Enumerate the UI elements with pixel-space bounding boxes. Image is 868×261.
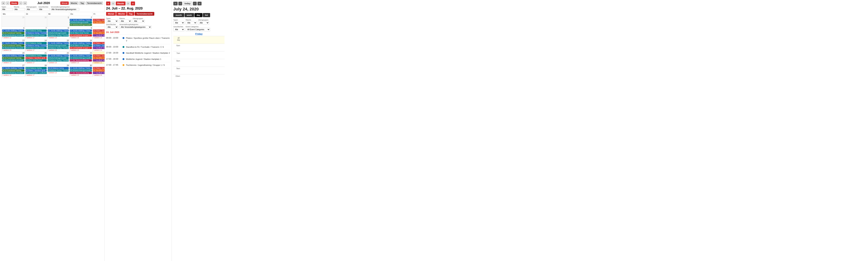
- more-link[interactable]: + weitere 17: [25, 37, 47, 39]
- panel2-tab-terminuebersicht[interactable]: Terminübersicht: [135, 12, 154, 16]
- panel3-altersgruppen-select[interactable]: Alle: [198, 21, 209, 25]
- cal-event[interactable]: 08 Beckenbodeng ymnastik /: [2, 59, 25, 62]
- more-link[interactable]: + weitere 13: [2, 49, 25, 51]
- more-link[interactable]: + weitere 13: [48, 72, 69, 74]
- panel1-typen-select[interactable]: Alle: [1, 8, 13, 11]
- panel3-event-categories-select[interactable]: All Event Categories: [186, 28, 210, 31]
- cal-event[interactable]: 08 Beckenbodeng ymnastik /: [2, 34, 25, 37]
- cal-event[interactable]: 08:15 Functional Training: [2, 44, 25, 47]
- panel3-next-btn[interactable]: ›: [193, 2, 197, 5]
- cal-event[interactable]: 08 Wirbelschülengymnastik /: [70, 24, 92, 26]
- panel1-tab-terminuebersicht[interactable]: Terminübersicht: [86, 1, 103, 5]
- panel3-tab-list[interactable]: list: [203, 13, 210, 17]
- cal-event[interactable]: 08 Wirbelschülengymnastik /: [70, 69, 92, 72]
- panel2-event-4[interactable]: 17:00 - 17:45 Tischtennis / Jugendtraini…: [106, 62, 170, 68]
- cal-event[interactable]: 08:30 Balance Swing: [25, 54, 47, 57]
- cal-event[interactable]: 08:15 Functional Training: [2, 57, 25, 59]
- more-link[interactable]: + weitere 13: [48, 62, 69, 64]
- panel3-geschlechter-select[interactable]: Alle: [173, 28, 185, 31]
- cal-event[interactable]: Wirbelschülengymnastik /: [48, 32, 69, 34]
- cal-cell-jul30[interactable]: 30 07: Nordic-Walking / Traine 08 Wirbel…: [69, 64, 92, 77]
- panel2-tab-woche[interactable]: Woche: [116, 12, 127, 16]
- panel1-geschlechter-select[interactable]: Alle: [38, 8, 50, 11]
- panel2-prev-prev-btn[interactable]: «: [106, 1, 111, 5]
- cal-event[interactable]: 08 Balance Swing / Turnhal: [25, 32, 47, 34]
- cal-cell-jul29[interactable]: 29 08:30 Balance Swing 08 Balance Swing …: [47, 64, 69, 77]
- cal-event[interactable]: Wirbelschülengymnastik /: [48, 44, 69, 47]
- panel2-next-next-btn[interactable]: »: [131, 1, 135, 5]
- cal-event[interactable]: 08 Balance Swing / Turnhal: [48, 69, 69, 72]
- panel2-event-1[interactable]: 09:00 - 10:00 Standfest & Fit / Turnhall…: [106, 44, 170, 50]
- more-link[interactable]: + weitere 12: [2, 37, 25, 39]
- panel2-geschlechter-select[interactable]: Alle: [106, 26, 118, 29]
- panel2-next-btn[interactable]: ›: [126, 1, 130, 5]
- cal-event[interactable]: 07: Nordic-Walking / Traine: [70, 30, 92, 32]
- cal-cell-jul15[interactable]: 15 07: Nordic-Walking / Traine Wirbelsch…: [47, 39, 69, 52]
- cal-cell-jul6[interactable]: 6 07: Nordic-Walking / Traine 08:15 Func…: [2, 27, 25, 39]
- more-link[interactable]: + weitere 13: [48, 49, 69, 51]
- panel1-tab-tag[interactable]: Tag: [79, 1, 85, 5]
- cal-event[interactable]: 09 Leichtathletik / Laufbahn: [25, 72, 47, 74]
- panel1-kategorien-select[interactable]: Alle Veranstaltungskategorien: [51, 8, 79, 11]
- panel3-tab-day[interactable]: day: [194, 13, 203, 17]
- more-link[interactable]: + weitere 13: [70, 74, 92, 76]
- more-link[interactable]: + weitere 13: [48, 37, 69, 39]
- panel2-event-2[interactable]: 17:00 - 18:30 Handball Weibliche Jugend …: [106, 50, 170, 56]
- panel1-tab-monat[interactable]: Monat: [60, 1, 69, 5]
- cal-cell-jul23[interactable]: 23 07: Nordic-Walking / Traine 08 Wirbel…: [69, 52, 92, 64]
- panel1-tab-woche[interactable]: Woche: [69, 1, 79, 5]
- panel2-event-3[interactable]: 17:00 - 18:30 Weibliche Jugend / Stadion…: [106, 56, 170, 62]
- more-link[interactable]: + weitere 13: [70, 62, 92, 64]
- cal-cell-jul14[interactable]: 14 08:30 Balance Swing 08 Balance Swing …: [25, 39, 47, 52]
- panel2-tab-tag[interactable]: Tag: [127, 12, 134, 16]
- cal-event[interactable]: 07: Nordic-Walking / Traine: [48, 54, 69, 57]
- cal-event[interactable]: 07: Nordic-Walking / Traine: [48, 42, 69, 44]
- cal-cell-jul1[interactable]: 1: [47, 16, 69, 27]
- more-link[interactable]: + weitere 17: [25, 49, 47, 51]
- panel2-altersgruppen-select[interactable]: Alle: [133, 20, 145, 23]
- panel1-altersgruppen-select[interactable]: Alle: [26, 8, 37, 11]
- cal-event[interactable]: 08 Balance Swing / Turnhal: [48, 34, 69, 37]
- cal-cell-jul7[interactable]: 7 08:30 Balance Swing 08 Balance Swing /…: [25, 27, 47, 39]
- cal-event[interactable]: 08 Beckenbodeng ymnastik /: [2, 47, 25, 49]
- cal-event[interactable]: 07: Nordic-Walking / Traine: [70, 54, 92, 57]
- panel1-prev-prev-btn[interactable]: «: [1, 1, 5, 5]
- cal-cell-jul27[interactable]: 27 07: Nordic-Walking / Traine 08:15 Fun…: [2, 64, 25, 77]
- cal-cell-jul8[interactable]: 8 07: Nordic-Walking / Traine Wirbelschü…: [47, 27, 69, 39]
- more-link[interactable]: + weitere 13: [70, 49, 92, 51]
- cal-cell-jul13[interactable]: 13 07: Nordic-Walking / Traine 08:15 Fun…: [2, 39, 25, 52]
- cal-event[interactable]: 09 Pilates / Sportbox groß: [25, 57, 47, 59]
- cal-event[interactable]: 07: Nordic-Walking / Traine: [2, 54, 25, 57]
- cal-event[interactable]: 08 Leichtathletik Gruppe 1: [70, 34, 92, 37]
- more-link[interactable]: + weitere 13: [2, 62, 25, 64]
- cal-event[interactable]: 08 Balance Swing / Turnhal: [48, 59, 69, 62]
- cal-event[interactable]: 08:15 Functional Training: [2, 69, 25, 72]
- cal-event[interactable]: 07: Nordic-Walking / Traine: [2, 42, 25, 44]
- panel1-next-next-btn[interactable]: »: [23, 1, 27, 5]
- cal-cell-jul2[interactable]: 2 07: Nordic-Walking / Traine Wirbelschü…: [69, 16, 92, 27]
- panel2-tab-monat[interactable]: Monat: [106, 12, 116, 16]
- cal-event[interactable]: 09 Eltern-Kind-Turnen: [25, 59, 47, 62]
- panel3-typen-select[interactable]: Alle: [173, 21, 185, 25]
- cal-cell-jul9[interactable]: 9 07: Nordic-Walking / Traine 09:30 Elte…: [69, 27, 92, 39]
- cal-cell-jul22[interactable]: 22 07: Nordic-Walking / Traine Wirbelsch…: [47, 52, 69, 64]
- cal-event[interactable]: 07: Nordic-Walking / Traine: [70, 42, 92, 44]
- panel1-next-btn[interactable]: ›: [19, 1, 23, 5]
- cal-cell-jul28[interactable]: 28 08:30 Balance Swing 09 Pilates / Spor…: [25, 64, 47, 77]
- cal-event[interactable]: 17 Uhr Testveranstaltung: [70, 72, 92, 74]
- cal-event[interactable]: 07: Nordic-Walking / Traine: [70, 67, 92, 69]
- panel2-prev-btn[interactable]: ‹: [111, 1, 115, 5]
- cal-event[interactable]: 08 Balance Swing / Turnhal: [25, 44, 47, 47]
- cal-cell-jul16[interactable]: 16 07: Nordic-Walking / Traine 09:30 Elt…: [69, 39, 92, 52]
- panel2-event-0[interactable]: 09:00 - 10:00 Pilates / Sportbox großer …: [106, 35, 170, 44]
- cal-event[interactable]: 07: Nordic-Walking / Traine: [2, 67, 25, 69]
- cal-event[interactable]: 07: Nordic-Walking / Traine: [48, 30, 69, 32]
- cal-event[interactable]: 08:30 Balance Swing: [25, 42, 47, 44]
- cal-event[interactable]: 07: Nordic-Walking / Traine: [70, 19, 92, 21]
- cal-event[interactable]: 09 Pilates / Sportbox groß: [25, 69, 47, 72]
- panel2-today-btn[interactable]: Heute: [116, 1, 126, 5]
- panel1-prev-btn[interactable]: ‹: [6, 1, 9, 5]
- cal-event[interactable]: Wirbelschülengymnastik /: [48, 57, 69, 59]
- cal-event[interactable]: 08:30 Balance Swing: [48, 67, 69, 69]
- cal-event[interactable]: 08:15 Functional Training: [2, 32, 25, 34]
